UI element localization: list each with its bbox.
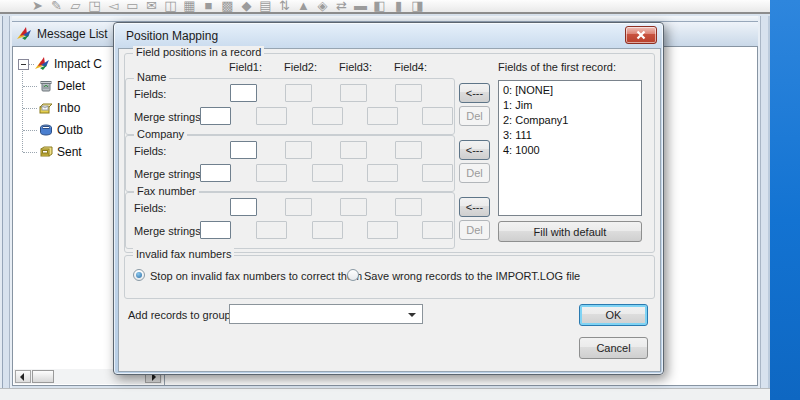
listbox-item[interactable]: 0: [NONE] (499, 83, 641, 98)
tree-item-label: Delet (57, 79, 85, 93)
toolbar-icon[interactable]: ▤ (256, 0, 275, 13)
save-to-log-radio[interactable] (347, 269, 359, 281)
fields-input (340, 198, 367, 216)
radio-label[interactable]: Save wrong records to the IMPORT.LOG fil… (364, 270, 580, 282)
toolbar-icon[interactable]: ▩ (218, 0, 237, 13)
cancel-button[interactable]: Cancel (579, 337, 648, 359)
fields-input (395, 198, 422, 216)
merge-row-label: Merge strings: (134, 225, 204, 237)
close-icon (636, 30, 646, 40)
toolbar-icon[interactable]: ➤ (28, 0, 47, 13)
dialog-body: Field positions in a record Field1: Fiel… (118, 48, 661, 372)
toolbar-icon[interactable]: ✉ (142, 0, 161, 13)
toolbar-icon[interactable]: ▦ (180, 0, 199, 13)
collapse-icon[interactable] (18, 59, 29, 70)
section-title: Name (134, 71, 169, 83)
name-section: Name Fields: Merge strings: (125, 78, 455, 135)
toolbar-icon[interactable]: ◫ (161, 0, 180, 13)
fields-input (340, 84, 367, 102)
app-logo-icon (16, 26, 32, 42)
fill-with-default-button[interactable]: Fill with default (498, 221, 642, 242)
toolbar-icon[interactable]: ◆ (237, 0, 256, 13)
toolbar-icon[interactable]: ◧ (370, 0, 389, 13)
section-title: Fax number (134, 185, 199, 197)
listbox-item[interactable]: 2: Company1 (499, 113, 641, 128)
listbox-item[interactable]: 4: 1000 (499, 143, 641, 158)
desktop: ➤✎▱◳◅▭✉◫▦■▩◆▤⇅▲◈⇄▬◧▮◨ Message List (0, 0, 800, 400)
merge-input (367, 107, 398, 125)
fields-input[interactable] (230, 198, 257, 216)
column-header-field4: Field4: (394, 61, 427, 73)
tree-item-inbox[interactable]: Inbo (13, 97, 80, 119)
invalid-fax-group: Invalid fax numbers Stop on invalid fax … (124, 255, 655, 299)
fax-number-section: Fax number Fields: Merge strings: (125, 192, 455, 249)
merge-input (367, 164, 398, 182)
deleted-folder-icon (39, 79, 53, 93)
fields-input (340, 141, 367, 159)
fields-row-label: Fields: (134, 202, 166, 214)
tree-item-label: Outb (57, 123, 83, 137)
toolbar-icon[interactable]: ▬ (351, 0, 370, 13)
scroll-left-button[interactable] (15, 370, 31, 383)
tree-item-sent[interactable]: Sent (13, 141, 82, 163)
toolbar-icon[interactable]: ◈ (313, 0, 332, 13)
merge-input[interactable] (200, 107, 231, 125)
fields-input (285, 141, 312, 159)
tree-item-label: Inbo (57, 101, 80, 115)
fields-input (285, 84, 312, 102)
close-button[interactable] (625, 26, 657, 44)
toolbar-icon[interactable]: ✎ (47, 0, 66, 13)
app-logo-icon (34, 56, 50, 72)
column-header-field1: Field1: (229, 61, 262, 73)
column-header-field2: Field2: (284, 61, 317, 73)
tree-item-outbox[interactable]: Outb (13, 119, 83, 141)
listbox-item[interactable]: 3: 111 (499, 128, 641, 143)
chevron-down-icon (408, 313, 416, 317)
sent-folder-icon (39, 145, 53, 159)
radio-label[interactable]: Stop on invalid fax numbers to correct t… (150, 270, 362, 282)
toolbar-icon[interactable]: ■ (199, 0, 218, 13)
merge-input[interactable] (200, 221, 231, 239)
position-mapping-dialog: Position Mapping Field positions in a re… (113, 22, 664, 375)
window-border-right (758, 16, 770, 400)
toolbar-icon[interactable]: ⇄ (332, 0, 351, 13)
toolbar-icon[interactable]: ▭ (123, 0, 142, 13)
tree-item-label: Sent (57, 145, 82, 159)
toolbar-icon[interactable]: ▮ (389, 0, 408, 13)
toolbar-icon[interactable]: ◨ (408, 0, 427, 13)
assign-name-button[interactable]: <--- (459, 83, 490, 103)
scrollbar-thumb[interactable] (32, 370, 54, 383)
merge-input[interactable] (200, 164, 231, 182)
dialog-title: Position Mapping (126, 29, 218, 43)
dialog-titlebar[interactable]: Position Mapping (114, 23, 663, 48)
fields-input (395, 141, 422, 159)
stop-on-invalid-radio[interactable] (133, 269, 145, 281)
scroll-left-icon (20, 373, 24, 381)
first-record-listbox[interactable]: 0: [NONE] 1: Jim 2: Company1 3: 111 4: 1… (498, 80, 642, 216)
fields-input (395, 84, 422, 102)
fields-row-label: Fields: (134, 88, 166, 100)
company-section: Company Fields: Merge strings: (125, 135, 455, 192)
toolbar-icon[interactable]: ◅ (104, 0, 123, 13)
toolbar-icon[interactable]: ▱ (66, 0, 85, 13)
toolbar-icon[interactable]: ⇅ (275, 0, 294, 13)
fields-row-label: Fields: (134, 145, 166, 157)
merge-input (367, 221, 398, 239)
group-combobox[interactable] (229, 304, 423, 324)
tree-connector-line (23, 86, 37, 87)
column-header-field3: Field3: (339, 61, 372, 73)
toolbar-icon[interactable]: ◳ (85, 0, 104, 13)
tree-item-root[interactable]: Impact C (13, 53, 102, 75)
assign-company-button[interactable]: <--- (459, 140, 490, 160)
assign-fax-button[interactable]: <--- (459, 197, 490, 217)
inbox-folder-icon (39, 101, 53, 115)
fields-input[interactable] (230, 141, 257, 159)
tree-item-deleted[interactable]: Delet (13, 75, 85, 97)
listbox-item[interactable]: 1: Jim (499, 98, 641, 113)
fields-input[interactable] (230, 84, 257, 102)
del-fax-button: Del (459, 220, 490, 240)
toolbar-icon[interactable]: ▲ (294, 0, 313, 13)
ok-button[interactable]: OK (579, 304, 648, 326)
window-border-left (0, 16, 12, 400)
merge-input (422, 221, 453, 239)
